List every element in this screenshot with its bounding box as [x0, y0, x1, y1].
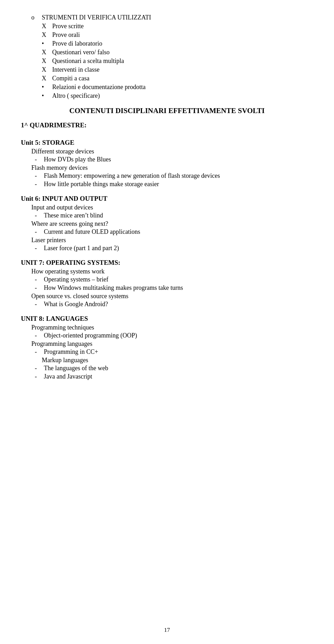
unit5-item-3: - Flash Memory: empowering a new generat…: [21, 172, 313, 180]
list-item-text: Prove orali: [52, 31, 80, 39]
x-marker: X: [42, 23, 52, 30]
list-item-text: Interventi in classe: [52, 66, 100, 73]
unit8-list: Programming techniques - Object-oriented…: [21, 324, 313, 380]
unit7-item-text: Operating systems – brief: [44, 276, 108, 283]
unit8-item-text: The languages of the web: [44, 365, 108, 372]
list-item: X Prove orali: [21, 31, 313, 39]
unit6-item-4: Laser printers: [21, 237, 313, 244]
list-item: X Interventi in classe: [21, 66, 313, 73]
unit8-heading: UNIT 8: LANGUAGES: [21, 315, 313, 323]
unit6-item-5: - Laser force (part 1 and part 2): [21, 245, 313, 252]
dash-marker: -: [31, 172, 44, 180]
dash-marker: -: [31, 284, 44, 292]
unit5-item-4: - How little portable things make storag…: [21, 181, 313, 188]
unit5-heading: Unit 5: STORAGE: [21, 139, 313, 146]
unit8-item-text: Programming languages: [31, 340, 92, 347]
unit5-item-text: Different storage devices: [31, 148, 94, 155]
unit5-item-text: How DVDs play the Blues: [44, 156, 111, 163]
bullet-marker: •: [42, 84, 52, 91]
strumenti-list: X Prove scritte X Prove orali • Prove di…: [21, 23, 313, 100]
list-item: • Altro ( specificare): [21, 92, 313, 100]
unit8-item-2: Programming languages: [21, 340, 313, 348]
unit8-item-text: Object-oriented programming (OOP): [44, 332, 137, 339]
unit6-item-text: These mice aren’t blind: [44, 212, 103, 219]
strumenti-heading: STRUMENTI DI VERIFICA UTILIZZATI: [42, 14, 151, 21]
unit5-item-text: Flash memory devices: [31, 164, 88, 171]
list-item-text: Relazioni e documentazione prodotta: [52, 84, 145, 91]
unit8-item-text: Programming techniques: [31, 324, 94, 331]
dash-marker: -: [31, 212, 44, 219]
unit5-list: Different storage devices - How DVDs pla…: [21, 148, 313, 188]
unit5-item-1: - How DVDs play the Blues: [21, 156, 313, 163]
unit8-item-text: Programming in CC+: [44, 348, 98, 356]
unit6-item-text: Input and output devices: [31, 204, 93, 211]
list-item-text: Altro ( specificare): [52, 92, 100, 100]
dash-marker: -: [31, 181, 44, 188]
unit7-item-text: How Windows multitasking makes programs …: [44, 284, 183, 292]
unit7-item-text: Open source vs. closed source systems: [31, 293, 128, 300]
unit8-item-3: - Programming in CC+: [21, 348, 313, 356]
unit7-list: How operating systems work - Operating s…: [21, 268, 313, 308]
dash-marker: -: [31, 228, 44, 236]
unit8-item-6: - Java and Javascript: [21, 373, 313, 380]
dash-marker: -: [31, 332, 44, 339]
bullet-marker: •: [42, 40, 52, 47]
dash-marker: -: [31, 348, 44, 356]
dash-marker: -: [31, 276, 44, 283]
list-item: • Prove di laboratorio: [21, 40, 313, 47]
strumenti-heading-row: o STRUMENTI DI VERIFICA UTILIZZATI: [21, 14, 313, 21]
unit6-item-text: Where are screens going next?: [31, 220, 108, 227]
unit7-item-0: How operating systems work: [21, 268, 313, 275]
list-item-text: Prove di laboratorio: [52, 40, 102, 47]
unit5-item-text: How little portable things make storage …: [44, 181, 159, 188]
unit6-item-3: - Current and future OLED applications: [21, 228, 313, 236]
unit7-heading: UNIT 7: OPERATING SYSTEMS:: [21, 259, 313, 267]
unit7-item-1: - Operating systems – brief: [21, 276, 313, 283]
unit5-item-0: Different storage devices: [21, 148, 313, 155]
unit8-item-5: - The languages of the web: [21, 365, 313, 372]
unit6-item-2: Where are screens going next?: [21, 220, 313, 228]
unit6-list: Input and output devices - These mice ar…: [21, 204, 313, 252]
unit6-item-1: - These mice aren’t blind: [21, 212, 313, 219]
list-item: X Questionari a scelta multipla: [21, 57, 313, 65]
unit8-item-text: Java and Javascript: [44, 373, 92, 380]
unit7-item-3: Open source vs. closed source systems: [21, 293, 313, 300]
dash-marker: -: [31, 365, 44, 372]
unit6-item-0: Input and output devices: [21, 204, 313, 211]
unit7-item-2: - How Windows multitasking makes program…: [21, 284, 313, 292]
dash-marker: -: [31, 301, 44, 308]
x-marker: X: [42, 75, 52, 82]
list-item-text: Questionari a scelta multipla: [52, 57, 124, 65]
bullet-marker: •: [42, 92, 52, 100]
unit6-item-text: Current and future OLED applications: [44, 228, 140, 236]
contenuti-heading: CONTENUTI DISCIPLINARI EFFETTIVAMENTE SV…: [21, 106, 313, 115]
dash-marker: -: [31, 156, 44, 163]
x-marker: X: [42, 57, 52, 65]
quadrimestre-heading: 1^ QUADRIMESTRE:: [21, 121, 313, 129]
unit7-item-text: What is Google Android?: [44, 301, 108, 308]
unit7-item-text: How operating systems work: [31, 268, 104, 275]
page-number: 17: [164, 627, 170, 634]
x-marker: X: [42, 49, 52, 56]
list-item-text: Compiti a casa: [52, 75, 89, 82]
unit6-item-text: Laser force (part 1 and part 2): [44, 245, 119, 252]
list-item-text: Prove scritte: [52, 23, 84, 30]
list-item: • Relazioni e documentazione prodotta: [21, 84, 313, 91]
unit7-item-4: - What is Google Android?: [21, 301, 313, 308]
circle-marker: o: [31, 14, 42, 21]
unit8-item-0: Programming techniques: [21, 324, 313, 331]
list-item: X Questionari vero/ falso: [21, 49, 313, 56]
x-marker: X: [42, 66, 52, 73]
dash-marker: -: [31, 245, 44, 252]
unit8-item-4: Markup languages: [21, 357, 313, 364]
unit5-item-text: Flash Memory: empowering a new generatio…: [44, 172, 220, 180]
unit6-item-text: Laser printers: [31, 237, 66, 244]
x-marker: X: [42, 31, 52, 39]
list-item-text: Questionari vero/ falso: [52, 49, 110, 56]
unit8-item-text: Markup languages: [42, 357, 88, 364]
list-item: X Prove scritte: [21, 23, 313, 30]
list-item: X Compiti a casa: [21, 75, 313, 82]
unit8-item-1: - Object-oriented programming (OOP): [21, 332, 313, 339]
unit6-heading: Unit 6: INPUT AND OUTPUT: [21, 195, 313, 202]
unit5-item-2: Flash memory devices: [21, 164, 313, 172]
